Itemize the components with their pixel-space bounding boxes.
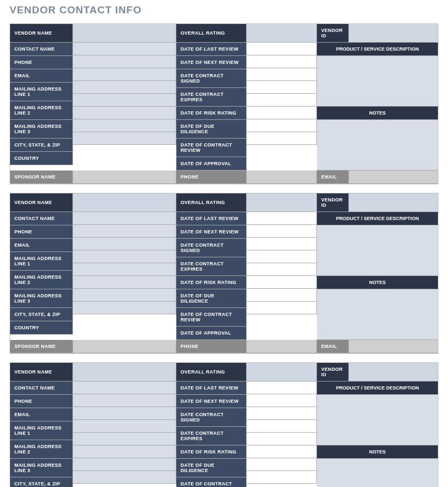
date-next-review-input[interactable]	[247, 394, 317, 407]
overall-rating-input[interactable]	[247, 193, 317, 212]
date-due-diligence-input[interactable]	[247, 276, 317, 289]
contact-name-input[interactable]	[73, 382, 176, 394]
sponsor-email-input[interactable]	[349, 171, 438, 184]
product-desc-label: PRODUCT / SERVICE DESCRIPTION	[317, 382, 438, 395]
addr2-input[interactable]	[73, 263, 176, 276]
date-contract-signed-label: DATE CONTRACT SIGNED	[176, 408, 247, 427]
contact-name-input[interactable]	[73, 43, 176, 55]
email-input[interactable]	[73, 68, 176, 81]
sponsor-phone-input[interactable]	[247, 171, 317, 184]
phone-label: PHONE	[10, 225, 73, 239]
overall-rating-input[interactable]	[247, 24, 317, 43]
product-desc-input[interactable]	[317, 225, 438, 276]
country-input[interactable]	[73, 302, 176, 314]
overall-rating-label: OVERALL RATING	[176, 363, 247, 382]
sponsor-email-label: EMAIL	[317, 171, 349, 184]
date-contract-expires-input[interactable]	[247, 81, 317, 94]
date-due-diligence-input[interactable]	[247, 107, 317, 119]
date-risk-rating-label: DATE OF RISK RATING	[176, 445, 247, 459]
date-contract-expires-input[interactable]	[247, 420, 317, 433]
date-risk-rating-input[interactable]	[247, 263, 317, 276]
date-next-review-input[interactable]	[247, 55, 317, 68]
addr1-input[interactable]	[73, 420, 176, 433]
addr1-label: MAILING ADDRESS LINE 1	[10, 252, 73, 271]
product-desc-input[interactable]	[317, 395, 438, 445]
email-input[interactable]	[73, 407, 176, 420]
date-risk-rating-input[interactable]	[247, 94, 317, 107]
addr2-label: MAILING ADDRESS LINE 2	[10, 101, 73, 120]
city-state-zip-label: CITY, STATE, & ZIP	[10, 308, 73, 321]
product-desc-input[interactable]	[317, 56, 438, 107]
addr1-input[interactable]	[73, 81, 176, 94]
contact-name-input[interactable]	[73, 212, 176, 225]
country-input[interactable]	[73, 132, 176, 145]
date-next-review-input[interactable]	[247, 225, 317, 238]
sponsor-phone-label: PHONE	[176, 340, 247, 353]
date-contract-review-input[interactable]	[247, 119, 317, 132]
contact-name-label: CONTACT NAME	[10, 382, 73, 395]
date-contract-signed-input[interactable]	[247, 407, 317, 420]
date-contract-review-input[interactable]	[247, 289, 317, 302]
vendor-id-label: VENDOR ID	[317, 24, 349, 43]
date-due-diligence-input[interactable]	[247, 445, 317, 458]
overall-rating-input[interactable]	[247, 363, 317, 382]
date-contract-review-label: DATE OF CONTRACT REVIEW	[176, 308, 247, 327]
date-contract-expires-label: DATE CONTRACT EXPIRES	[176, 427, 247, 445]
phone-label: PHONE	[10, 395, 73, 408]
notes-input[interactable]	[317, 289, 438, 340]
addr3-input[interactable]	[73, 445, 176, 458]
sponsor-name-input[interactable]	[73, 171, 176, 184]
vendor-id-input[interactable]	[349, 363, 438, 382]
date-last-review-input[interactable]	[247, 43, 317, 55]
date-contract-expires-input[interactable]	[247, 250, 317, 263]
date-risk-rating-input[interactable]	[247, 433, 317, 445]
addr1-label: MAILING ADDRESS LINE 1	[10, 421, 73, 440]
addr3-label: MAILING ADDRESS LINE 3	[10, 120, 73, 139]
addr2-label: MAILING ADDRESS LINE 2	[10, 440, 73, 459]
notes-input[interactable]	[317, 120, 438, 171]
vendor-name-input[interactable]	[73, 363, 176, 382]
city-state-zip-input[interactable]	[73, 119, 176, 132]
date-approval-input[interactable]	[247, 132, 317, 145]
phone-input[interactable]	[73, 55, 176, 68]
vendor-id-input[interactable]	[349, 193, 438, 212]
addr2-input[interactable]	[73, 94, 176, 107]
vendor-name-input[interactable]	[73, 24, 176, 43]
date-last-review-input[interactable]	[247, 212, 317, 225]
addr1-input[interactable]	[73, 250, 176, 263]
vendor-block: VENDOR NAME OVERALL RATING VENDOR ID CON…	[10, 23, 438, 184]
date-last-review-input[interactable]	[247, 382, 317, 394]
notes-input[interactable]	[317, 459, 438, 487]
date-next-review-label: DATE OF NEXT REVIEW	[176, 225, 247, 239]
sponsor-name-input[interactable]	[73, 340, 176, 353]
city-state-zip-input[interactable]	[73, 289, 176, 302]
vendor-name-label: VENDOR NAME	[10, 24, 73, 43]
addr3-input[interactable]	[73, 107, 176, 119]
sponsor-email-input[interactable]	[349, 340, 438, 353]
date-approval-input[interactable]	[247, 471, 317, 484]
addr2-input[interactable]	[73, 433, 176, 445]
date-contract-signed-input[interactable]	[247, 238, 317, 250]
vendor-id-input[interactable]	[349, 24, 438, 43]
date-last-review-label: DATE OF LAST REVIEW	[176, 382, 247, 395]
date-next-review-label: DATE OF NEXT REVIEW	[176, 56, 247, 69]
sponsor-phone-input[interactable]	[247, 340, 317, 353]
email-input[interactable]	[73, 238, 176, 250]
date-approval-label: DATE OF APPROVAL	[176, 327, 247, 340]
product-desc-label: PRODUCT / SERVICE DESCRIPTION	[317, 212, 438, 225]
phone-input[interactable]	[73, 225, 176, 238]
date-contract-review-input[interactable]	[247, 458, 317, 471]
date-next-review-label: DATE OF NEXT REVIEW	[176, 395, 247, 408]
date-risk-rating-label: DATE OF RISK RATING	[176, 107, 247, 120]
notes-label: NOTES	[317, 445, 438, 459]
email-label: EMAIL	[10, 408, 73, 421]
city-state-zip-input[interactable]	[73, 458, 176, 471]
phone-input[interactable]	[73, 394, 176, 407]
date-approval-input[interactable]	[247, 302, 317, 314]
vendor-name-input[interactable]	[73, 193, 176, 212]
date-contract-signed-input[interactable]	[247, 68, 317, 81]
addr3-input[interactable]	[73, 276, 176, 289]
country-input[interactable]	[73, 471, 176, 484]
sponsor-email-label: EMAIL	[317, 340, 349, 353]
date-contract-review-label: DATE OF CONTRACT REVIEW	[176, 477, 247, 487]
